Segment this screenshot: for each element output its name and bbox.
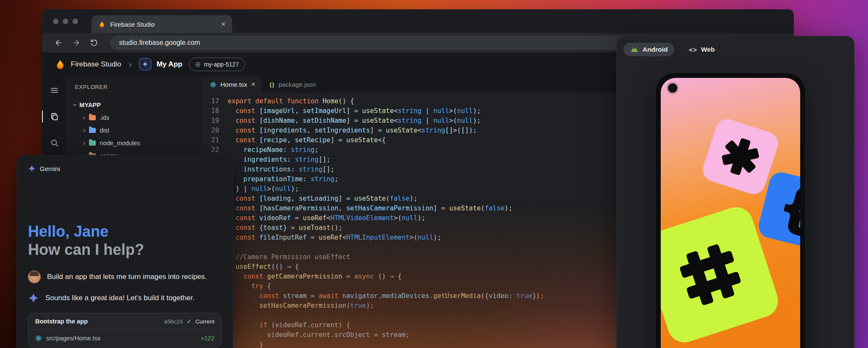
- platform-toggle: Android <> Web: [617, 36, 854, 56]
- gemini-brand-label: Gemini: [40, 165, 60, 172]
- tree-item-label: node_modules: [100, 140, 140, 146]
- user-avatar: [28, 271, 41, 283]
- browser-tabstrip: Firebase Studio ×: [42, 9, 794, 33]
- react-icon: [35, 335, 42, 342]
- gemini-message-text: Sounds like a great idea! Let's build it…: [45, 294, 195, 302]
- chevron-right-icon: ›: [83, 114, 85, 122]
- app-id-chip[interactable]: my-app-5127: [189, 58, 245, 71]
- changed-file-row[interactable]: src/pages/Home.tsx +122: [28, 330, 221, 347]
- explorer-title: EXPLORER: [67, 84, 203, 90]
- phone-mockup: {: [655, 72, 806, 348]
- tab-close-icon[interactable]: ×: [221, 20, 225, 29]
- gemini-chat: Build an app that lets me turn images in…: [28, 271, 222, 347]
- chevron-down-icon: ›: [71, 104, 79, 106]
- json-braces-icon: {}: [270, 81, 275, 88]
- spark-icon: [142, 61, 148, 67]
- app-id-text: my-app-5127: [204, 61, 239, 68]
- url-text: studio.firebase.google.com: [119, 39, 200, 47]
- firebase-logo-icon: [55, 59, 66, 70]
- gemini-panel: Gemini Hello, Jane How can I help? Build…: [17, 155, 233, 348]
- tree-root-label: MYAPP: [79, 102, 100, 108]
- folder-icon: [89, 141, 96, 146]
- close-window-button[interactable]: [53, 19, 58, 24]
- desktop-background: Firebase Studio × studio.firebase.google…: [0, 0, 868, 348]
- web-toggle-button[interactable]: <> Web: [682, 43, 721, 56]
- tree-item-.idx[interactable]: ›.idx: [67, 111, 203, 124]
- breadcrumb-separator: ›: [129, 60, 131, 69]
- window-controls: [53, 19, 78, 24]
- chevron-right-icon: ›: [83, 127, 85, 134]
- minimize-window-button[interactable]: [63, 19, 68, 24]
- menu-button[interactable]: [47, 83, 61, 97]
- app-name[interactable]: My App: [156, 60, 182, 69]
- editor-tab-label: Home.tsx: [220, 81, 247, 88]
- greeting-line1: Hello, Jane: [28, 222, 222, 240]
- menu-icon: [50, 86, 59, 95]
- tree-item-node_modules[interactable]: ›node_modules: [67, 137, 203, 149]
- maximize-window-button[interactable]: [72, 19, 78, 24]
- explorer-view-button[interactable]: [47, 109, 61, 124]
- reload-button[interactable]: [86, 35, 102, 50]
- check-icon: ✓: [186, 318, 192, 325]
- back-arrow-icon: [54, 39, 63, 47]
- gemini-message: Sounds like a great idea! Let's build it…: [28, 293, 222, 304]
- hash-glyph: [676, 240, 744, 309]
- app-chip-icon: [195, 61, 201, 67]
- android-toggle-button[interactable]: Android: [623, 43, 674, 56]
- folder-icon: [89, 115, 96, 120]
- chevron-right-icon: ›: [83, 139, 85, 147]
- bootstrap-step-card[interactable]: Bootstrap the app a56c23 ✓ Current src/p…: [28, 313, 222, 347]
- phone-screen: {: [661, 78, 800, 348]
- tab-title: Firebase Studio: [110, 21, 216, 28]
- firebase-favicon-icon: [98, 21, 106, 28]
- user-message-text: Build an app that lets me turn images in…: [47, 273, 207, 281]
- tree-item-label: .idx: [100, 114, 109, 121]
- gemini-header: Gemini: [28, 165, 222, 172]
- product-name[interactable]: Firebase Studio: [71, 60, 121, 69]
- browser-tab[interactable]: Firebase Studio ×: [92, 15, 232, 33]
- code-brackets-icon: <>: [689, 46, 697, 53]
- tree-root-myapp[interactable]: › MYAPP: [67, 99, 203, 111]
- diff-added-count: +122: [200, 335, 214, 342]
- device-preview-panel: Android <> Web {: [616, 36, 854, 348]
- status-badge: Current: [195, 318, 214, 325]
- editor-tab-home-tsx[interactable]: Home.tsx ×: [203, 76, 263, 93]
- asterisk-glyph: [715, 131, 766, 182]
- camera-punch-hole: [668, 83, 677, 93]
- web-label: Web: [701, 46, 715, 53]
- file-path: src/pages/Home.tsx: [46, 335, 196, 342]
- editor-tab-label: package.json: [278, 81, 316, 88]
- curly-brace-glyph: {: [774, 180, 800, 237]
- editor-tab-close-icon[interactable]: ×: [251, 80, 256, 89]
- step-card-header: Bootstrap the app a56c23 ✓ Current: [28, 313, 221, 330]
- gemini-spark-icon: [28, 165, 36, 172]
- react-icon: [210, 81, 217, 88]
- android-label: Android: [643, 46, 668, 53]
- back-button[interactable]: [50, 35, 67, 50]
- folder-icon: [89, 128, 96, 133]
- search-view-button[interactable]: [47, 135, 61, 150]
- greeting-line2: How can I help?: [28, 240, 222, 259]
- commit-hash: a56c23: [164, 318, 183, 325]
- editor-tab-package-json[interactable]: {} package.json: [263, 76, 323, 93]
- forward-arrow-icon: [72, 39, 81, 47]
- android-robot-icon: [630, 47, 639, 52]
- tree-item-label: dist: [100, 127, 109, 134]
- forward-button[interactable]: [68, 35, 84, 50]
- user-message: Build an app that lets me turn images in…: [28, 271, 222, 283]
- reload-icon: [90, 39, 98, 47]
- step-title: Bootstrap the app: [35, 318, 160, 325]
- gemini-spark-icon: [28, 293, 39, 304]
- search-icon: [50, 138, 59, 148]
- files-icon: [50, 112, 59, 122]
- app-prototype-icon: [139, 58, 151, 70]
- tree-item-dist[interactable]: ›dist: [67, 124, 203, 137]
- file-tree-items: ›.idx›dist›node_modules›scripts: [67, 111, 203, 162]
- gemini-greeting: Hello, Jane How can I help?: [28, 222, 222, 259]
